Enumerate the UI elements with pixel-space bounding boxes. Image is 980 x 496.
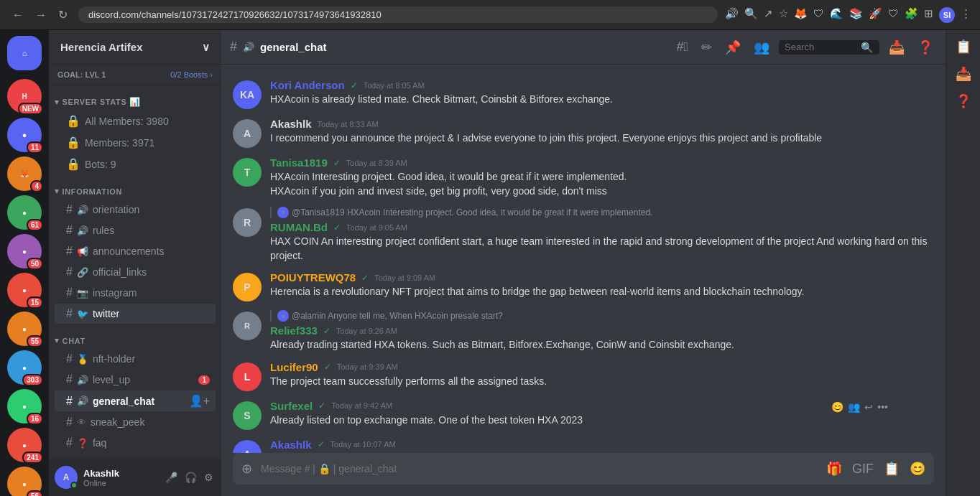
pin-icon[interactable]: 📌: [721, 39, 744, 55]
mute-button[interactable]: 🎤: [163, 469, 180, 485]
channel-sneak-peek[interactable]: # 👁 sneak_peek: [55, 412, 216, 432]
channel-orientation[interactable]: # 🔊 orientation: [55, 200, 216, 220]
server-badge-11: 56: [27, 490, 43, 496]
edit-icon[interactable]: ✏: [698, 39, 716, 55]
message-group-8: S Surfexel ✓ Today at 9:42 AM Already li…: [221, 397, 946, 433]
server-icon-8[interactable]: ● 303: [7, 350, 42, 385]
category-information[interactable]: ▾ INFORMATION: [49, 175, 221, 199]
reaction-people-icon[interactable]: 👥: [848, 401, 860, 413]
help-icon[interactable]: ❓: [914, 39, 937, 55]
channel-level-up[interactable]: # 🔊 level_up 1: [55, 370, 216, 390]
more-actions-icon[interactable]: •••: [877, 401, 888, 413]
reaction-emoji-icon[interactable]: 😊: [831, 401, 843, 413]
gif-button[interactable]: GIF: [849, 459, 877, 479]
add-attachment-button[interactable]: ⊕: [239, 458, 255, 479]
members-icon[interactable]: 👥: [750, 39, 773, 55]
hash-icon-links: #: [66, 266, 73, 279]
channel-support[interactable]: # 🔒 support: [55, 454, 216, 459]
username-kori[interactable]: Kori Anderson: [270, 79, 345, 91]
emoji-button[interactable]: 😊: [907, 458, 928, 479]
channel-instagram[interactable]: # 📷 instagram: [55, 283, 216, 303]
server-icon-10[interactable]: ● 241: [7, 428, 42, 462]
add-member-icon[interactable]: 👤+: [189, 394, 210, 408]
search-box[interactable]: 🔍: [779, 40, 879, 55]
server-icon-9[interactable]: ● 16: [7, 389, 42, 424]
channel-title: general_chat: [260, 41, 327, 53]
server-icon-1[interactable]: H NEW: [7, 79, 42, 113]
category-chat[interactable]: ▾ CHAT: [49, 324, 221, 348]
msg-content-6: a @alamin Anyone tell me, When HXAcoin p…: [270, 310, 934, 352]
reply-action-icon[interactable]: ↩: [864, 401, 873, 413]
current-user-avatar: A: [55, 466, 78, 489]
channel-rules[interactable]: # 🔊 rules: [55, 220, 216, 240]
server-icon-2[interactable]: ● 11: [7, 118, 42, 152]
boost-progress[interactable]: 0/2 Boosts ›: [170, 70, 213, 79]
chat-messages: KA Kori Anderson ✓ Today at 8:05 AM HXAc…: [221, 65, 946, 453]
channel-general-chat[interactable]: # 🔊 general_chat 👤+: [55, 390, 216, 411]
verified-icon-4: ✓: [333, 223, 341, 233]
share-icon: ↗: [764, 7, 773, 23]
avatar-akashlk-2: A: [233, 440, 262, 453]
server-icon-7[interactable]: ● 55: [7, 312, 42, 346]
channel-announcements[interactable]: # 📢 announcements: [55, 241, 216, 261]
sticker-button[interactable]: 📋: [881, 458, 902, 479]
server-icon-home[interactable]: ⌂: [7, 36, 42, 70]
server-icon-6[interactable]: ● 15: [7, 273, 42, 307]
server-list: ⌂ H NEW ● 11 🦊 4 ● 61 ● 50 ● 15 ● 5: [0, 30, 49, 496]
user-avatar-browser[interactable]: SI: [939, 7, 955, 23]
username-akashlk[interactable]: Akashlk: [270, 118, 312, 130]
avatar-tanisa: T: [233, 158, 262, 187]
server-header[interactable]: Herencia Artifex ∨: [49, 30, 221, 65]
username-akashlk-2[interactable]: Akashlk: [270, 439, 312, 451]
menu-icon[interactable]: ⋮: [961, 7, 971, 23]
home-icon: ⌂: [22, 49, 27, 57]
hashtag-threads-icon[interactable]: #⃣: [672, 39, 692, 55]
server-badge-9: 16: [27, 413, 43, 425]
message-group-2: A Akashlk Today at 8:33 AM I recommend y…: [221, 115, 946, 151]
server-icon-3[interactable]: 🦊 4: [7, 156, 42, 191]
channel-faq[interactable]: # ❓ faq: [55, 433, 216, 453]
server-icon-5[interactable]: ● 50: [7, 234, 42, 268]
channel-hash-icon: #: [230, 39, 237, 55]
username-ruman[interactable]: RUMAN.Bd: [270, 221, 328, 233]
server-badge-10: 241: [22, 451, 43, 464]
msg-time-8: Today at 9:42 AM: [331, 401, 392, 410]
search-input[interactable]: [785, 42, 856, 52]
channel-nft-holder[interactable]: # 🥇 nft-holder: [55, 349, 216, 369]
msg-text-7: The project team successfully performs a…: [270, 375, 934, 389]
gift-button[interactable]: 🎁: [823, 458, 845, 479]
refresh-button[interactable]: ↻: [55, 6, 71, 23]
msg-text-2: I recommend you announce the project & I…: [270, 131, 934, 146]
activity-icon[interactable]: 📥: [953, 63, 974, 85]
username-poi[interactable]: POIUYTREWQ78: [270, 271, 356, 284]
threads-icon[interactable]: 📋: [953, 36, 974, 57]
msg-time-4: Today at 9:05 AM: [346, 223, 407, 232]
help-right-icon[interactable]: ❓: [953, 90, 974, 112]
inbox-icon[interactable]: 📥: [885, 39, 908, 55]
msg-time-9: Today at 10:07 AM: [330, 440, 396, 449]
ext6-icon: 🛡: [888, 7, 899, 23]
speaker-icon: 🔊: [725, 7, 739, 23]
url-bar[interactable]: [78, 6, 718, 23]
browser-icons: 🔊 🔍 ↗ ☆ 🦊 🛡 🌊 📚 🚀 🛡 🧩 ⊞ SI ⋮: [725, 7, 971, 23]
server-icon-11[interactable]: ● 56: [7, 467, 42, 496]
avatar-poi: P: [233, 273, 262, 301]
settings-button[interactable]: ⚙: [202, 469, 216, 485]
back-button[interactable]: ←: [9, 6, 27, 23]
username-lucifer[interactable]: Lucifer90: [270, 361, 318, 373]
server-icon-4[interactable]: ● 61: [7, 195, 42, 230]
channel-twitter[interactable]: # 🐦 twitter: [55, 304, 216, 324]
username-surfexel[interactable]: Surfexel: [270, 400, 313, 412]
username-relief[interactable]: Relief333: [270, 324, 318, 337]
msg-time-5: Today at 9:09 AM: [374, 273, 435, 282]
deafen-button[interactable]: 🎧: [182, 469, 199, 485]
reply-avatar-4: T: [277, 207, 289, 218]
channel-official-links[interactable]: # 🔗 official_links: [55, 262, 216, 282]
forward-button[interactable]: →: [32, 6, 50, 23]
category-server-stats[interactable]: ▾ SERVER STATS 📊: [49, 85, 221, 110]
username-tanisa[interactable]: Tanisa1819: [270, 156, 328, 169]
message-input[interactable]: [261, 456, 818, 482]
avatar-kori: KA: [233, 80, 262, 109]
msg-content-3: Tanisa1819 ✓ Today at 8:39 AM HXAcoin In…: [270, 156, 934, 198]
server-badge-3: 4: [30, 180, 43, 192]
